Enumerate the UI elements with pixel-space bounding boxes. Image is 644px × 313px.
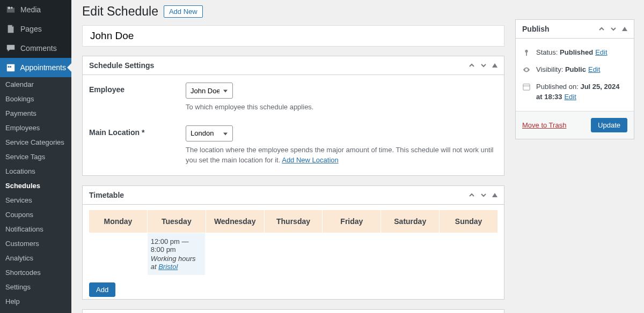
day-header-wednesday: Wednesday <box>206 210 265 233</box>
page-title: Edit Schedule <box>82 4 158 19</box>
publish-box: Publish Status: PublishedEdit Visibili <box>515 19 634 139</box>
main-location-select[interactable]: London <box>186 125 233 141</box>
sidebar-item-extensions[interactable]: Extensions <box>0 309 71 313</box>
chevron-up-icon[interactable] <box>598 26 605 32</box>
days-off-box: Days Off <box>82 309 504 314</box>
move-to-trash-link[interactable]: Move to Trash <box>522 121 566 129</box>
sidebar-subitem-settings[interactable]: Settings <box>0 280 71 294</box>
comment-icon <box>5 43 16 54</box>
sidebar-item-comments[interactable]: Comments <box>0 39 71 58</box>
chevron-down-icon[interactable] <box>480 62 487 69</box>
tt-cell-sunday[interactable] <box>439 233 497 275</box>
employee-select[interactable]: John Doe <box>186 83 233 99</box>
timetable-header: Monday Tuesday Wednesday Thursday Friday… <box>89 210 497 233</box>
sidebar-item-label: Appointments <box>20 63 66 72</box>
media-icon <box>5 4 16 15</box>
chevron-down-icon[interactable] <box>610 26 617 32</box>
sidebar-subitem-calendar[interactable]: Calendar <box>0 77 71 92</box>
sidebar-subitem-employees[interactable]: Employees <box>0 121 71 135</box>
calendar-icon <box>5 62 16 73</box>
page-icon <box>5 24 16 34</box>
sidebar-item-media[interactable]: Media <box>0 0 71 19</box>
sidebar-subitem-service-tags[interactable]: Service Tags <box>0 150 71 164</box>
svg-rect-11 <box>523 84 530 90</box>
timetable-box: Timetable Monday Tuesday Wednesday Thurs… <box>82 185 504 300</box>
schedule-settings-title: Schedule Settings <box>89 61 154 70</box>
add-new-location-link[interactable]: Add New Location <box>282 156 339 164</box>
tt-cell-monday[interactable] <box>89 233 148 275</box>
timetable-title: Timetable <box>89 191 124 199</box>
sidebar-subitem-locations[interactable]: Locations <box>0 164 71 178</box>
sidebar-subitem-payments[interactable]: Payments <box>0 106 71 121</box>
schedule-settings-box: Schedule Settings Employee John Doe <box>82 56 504 176</box>
tt-cell-thursday[interactable] <box>264 233 323 275</box>
tt-cell-saturday[interactable] <box>381 233 440 275</box>
sidebar-submenu: Calendar Bookings Payments Employees Ser… <box>0 77 71 309</box>
sidebar-subitem-schedules[interactable]: Schedules <box>0 178 71 193</box>
sidebar-subitem-bookings[interactable]: Bookings <box>0 92 71 106</box>
date-edit-link[interactable]: Edit <box>564 93 576 101</box>
chevron-up-icon[interactable] <box>469 62 475 69</box>
tt-cell-wednesday[interactable] <box>206 233 264 275</box>
day-header-sunday: Sunday <box>440 210 497 233</box>
sidebar-item-label: Pages <box>20 25 42 33</box>
eye-icon <box>522 65 531 73</box>
svg-point-0 <box>8 7 11 10</box>
status-edit-link[interactable]: Edit <box>595 48 607 56</box>
timetable-row: 12:00 pm — 8:00 pm Working hours at Bris… <box>89 233 497 275</box>
sidebar-subitem-service-categories[interactable]: Service Categories <box>0 135 71 150</box>
svg-point-1 <box>11 7 13 9</box>
sidebar-item-label: Media <box>20 5 41 14</box>
sidebar-subitem-analytics[interactable]: Analytics <box>0 251 71 265</box>
sidebar-subitem-notifications[interactable]: Notifications <box>0 222 71 236</box>
triangle-up-icon[interactable] <box>492 193 497 197</box>
main-location-help: The location where the employee spends t… <box>186 145 497 166</box>
day-header-monday: Monday <box>89 210 148 233</box>
chevron-up-icon[interactable] <box>469 192 475 198</box>
tt-slot-time: 12:00 pm — 8:00 pm <box>151 237 202 254</box>
sidebar-item-pages[interactable]: Pages <box>0 19 71 39</box>
day-header-tuesday: Tuesday <box>148 210 206 233</box>
tt-cell-friday[interactable] <box>323 233 381 275</box>
tt-cell-tuesday[interactable]: 12:00 pm — 8:00 pm Working hours at Bris… <box>148 233 206 275</box>
publish-title: Publish <box>522 25 550 33</box>
visibility-edit-link[interactable]: Edit <box>588 65 600 73</box>
main-location-label: Main Location * <box>89 125 186 166</box>
day-header-thursday: Thursday <box>265 210 323 233</box>
calendar-icon <box>522 82 531 91</box>
sidebar-item-appointments[interactable]: Appointments <box>0 58 71 77</box>
employee-help: To which employee this schedule applies. <box>186 102 497 113</box>
update-button[interactable]: Update <box>591 118 627 132</box>
triangle-up-icon[interactable] <box>622 27 627 31</box>
day-header-friday: Friday <box>323 210 381 233</box>
admin-sidebar: Media Pages Comments Appointments Calend… <box>0 0 71 313</box>
day-header-saturday: Saturday <box>381 210 440 233</box>
publish-visibility-row: Visibility: PublicEdit <box>522 61 627 78</box>
employee-label: Employee <box>89 83 186 113</box>
sidebar-subitem-shortcodes[interactable]: Shortcodes <box>0 265 71 280</box>
svg-rect-2 <box>6 64 14 72</box>
tt-slot-description: Working hours at Bristol <box>151 255 202 271</box>
page-header: Edit Schedule Add New <box>82 4 504 19</box>
sidebar-subitem-coupons[interactable]: Coupons <box>0 207 71 222</box>
sidebar-subitem-customers[interactable]: Customers <box>0 236 71 251</box>
publish-date-row: Published on: Jul 25, 2024 at 18:33Edit <box>522 78 627 105</box>
svg-rect-4 <box>10 66 11 68</box>
tt-location-link[interactable]: Bristol <box>158 263 178 271</box>
svg-rect-3 <box>8 66 9 68</box>
svg-rect-10 <box>526 52 527 56</box>
add-new-button[interactable]: Add New <box>164 5 203 18</box>
sidebar-item-label: Comments <box>20 44 57 53</box>
pin-icon <box>522 48 531 56</box>
triangle-up-icon[interactable] <box>492 63 497 68</box>
chevron-down-icon[interactable] <box>480 192 487 198</box>
timetable-add-button[interactable]: Add <box>89 282 115 297</box>
sidebar-subitem-services[interactable]: Services <box>0 193 71 207</box>
publish-status-row: Status: PublishedEdit <box>522 44 627 61</box>
schedule-title-input[interactable] <box>82 25 504 47</box>
sidebar-subitem-help[interactable]: Help <box>0 294 71 309</box>
